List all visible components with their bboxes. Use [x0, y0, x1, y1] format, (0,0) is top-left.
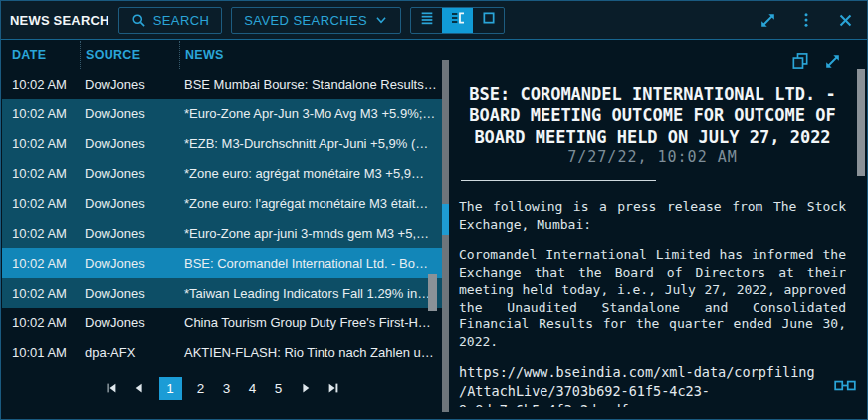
panel-splitter	[442, 60, 449, 412]
table-row[interactable]: 10:02 AMDowJones*EZB: M3-Durchschnitt Ap…	[2, 128, 442, 158]
row-headline: *EZB: M3-Durchschnitt Apr-Juni +5,9% (…	[179, 136, 442, 151]
row-source: DowJones	[80, 106, 179, 121]
previous-page-icon[interactable]	[131, 380, 147, 396]
link-icon[interactable]	[834, 377, 856, 396]
article-attachment-link[interactable]: https://www.bseindia.com/xml-data/corpfi…	[459, 363, 846, 407]
table-row[interactable]: 10:02 AMDowJones*Euro-Zone apr-juni 3-mn…	[2, 218, 442, 248]
saved-searches-dropdown[interactable]: SAVED SEARCHES	[231, 7, 401, 34]
view-toggle-group	[410, 7, 505, 34]
row-date: 10:02 AM	[2, 136, 80, 151]
page-number-4[interactable]: 4	[246, 381, 260, 396]
row-date: 10:01 AM	[2, 345, 80, 360]
saved-searches-label: SAVED SEARCHES	[244, 13, 367, 28]
row-source: DowJones	[80, 136, 179, 151]
expand-article-icon[interactable]	[822, 51, 842, 71]
row-date: 10:02 AM	[2, 77, 80, 92]
content-area: DATE SOURCE NEWS 10:02 AMDowJonesBSE Mum…	[2, 41, 866, 418]
row-headline: *Euro-Zone Apr-Jun 3-Mo Avg M3 +5.9%;…	[179, 106, 442, 121]
row-headline: *Zone euro: l'agrégat monétaire M3 était…	[179, 196, 442, 211]
page-number-1[interactable]: 1	[159, 377, 182, 400]
row-source: DowJones	[80, 226, 179, 241]
article-divider	[461, 180, 656, 181]
results-panel: DATE SOURCE NEWS 10:02 AMDowJonesBSE Mum…	[2, 41, 442, 418]
article-actions	[459, 49, 842, 73]
row-source: DowJones	[80, 77, 179, 92]
column-header-news[interactable]: NEWS	[179, 41, 442, 69]
table-row[interactable]: 10:02 AMDowJonesBSE Mumbai Bourse: Stand…	[2, 69, 442, 99]
pagination: 12345	[2, 376, 442, 400]
single-view-toggle[interactable]	[473, 8, 504, 33]
page-number-3[interactable]: 3	[220, 381, 234, 396]
row-source: DowJones	[80, 196, 179, 211]
row-date: 10:02 AM	[2, 166, 80, 181]
news-search-window: NEWS SEARCH SEARCH SAVED SEARCHES	[0, 0, 868, 420]
row-headline: *Euro-Zone apr-juni 3-mnds gem M3 +5,…	[179, 226, 442, 241]
row-source: DowJones	[80, 286, 179, 301]
table-row[interactable]: 10:02 AMDowJones*Euro-Zone Apr-Jun 3-Mo …	[2, 99, 442, 128]
list-view-icon	[419, 10, 435, 30]
row-source: DowJones	[80, 166, 179, 181]
splitter-drag-handle[interactable]	[442, 204, 449, 235]
page-numbers: 12345	[159, 377, 286, 400]
page-number-5[interactable]: 5	[272, 381, 286, 396]
article-scrollbar-thumb[interactable]	[857, 69, 865, 176]
single-view-icon	[481, 10, 497, 30]
row-date: 10:02 AM	[2, 256, 80, 271]
chevron-down-icon	[374, 13, 388, 27]
row-headline: AKTIEN-FLASH: Rio Tinto nach Zahlen u…	[179, 345, 442, 360]
table-body: 10:02 AMDowJonesBSE Mumbai Bourse: Stand…	[2, 69, 442, 367]
page-title: NEWS SEARCH	[10, 13, 109, 28]
row-source: dpa-AFX	[80, 345, 179, 360]
column-header-date[interactable]: DATE	[2, 41, 80, 69]
attachment-url-line-2[interactable]: /AttachLive/3703b692-61f5-4c23-	[459, 382, 846, 401]
article-title: BSE: COROMANDEL INTERNATIONAL LTD. - BOA…	[459, 83, 846, 148]
titlebar: NEWS SEARCH SEARCH SAVED SEARCHES	[1, 1, 867, 40]
row-headline: BSE: Coromandel International Ltd. - Bo…	[179, 256, 442, 271]
page-number-2[interactable]: 2	[194, 381, 208, 396]
article-paragraph-2: Coromandel International Limited has inf…	[459, 246, 846, 350]
search-icon	[131, 13, 146, 28]
first-page-icon[interactable]	[104, 380, 119, 396]
expand-window-icon[interactable]	[758, 10, 777, 30]
row-date: 10:02 AM	[2, 196, 80, 211]
row-headline: *Taiwan Leading Indicators Fall 1.29% in…	[179, 286, 442, 301]
last-page-icon[interactable]	[326, 380, 341, 396]
search-button-label: SEARCH	[153, 13, 210, 28]
row-date: 10:02 AM	[2, 286, 80, 301]
row-date: 10:02 AM	[2, 106, 80, 121]
table-row[interactable]: 10:01 AMdpa-AFXAKTIEN-FLASH: Rio Tinto n…	[2, 337, 442, 367]
row-source: DowJones	[80, 256, 179, 271]
row-date: 10:02 AM	[2, 315, 80, 330]
table-row[interactable]: 10:02 AMDowJones*Taiwan Leading Indicato…	[2, 278, 442, 308]
table-header: DATE SOURCE NEWS	[2, 41, 442, 69]
list-view-toggle[interactable]	[411, 8, 442, 33]
kebab-menu-icon[interactable]	[796, 10, 816, 30]
table-row[interactable]: 10:02 AMDowJones*Zone euro: l'agrégat mo…	[2, 188, 442, 218]
article-timestamp: 7/27/22, 10:02 AM	[459, 148, 846, 166]
article-paragraph-1: The following is a press release from Th…	[459, 198, 846, 233]
attachment-url-line-1[interactable]: https://www.bseindia.com/xml-data/corpfi…	[459, 363, 846, 382]
attachment-url-line-3-clipped[interactable]: 9e8d-7c6b5a4f3e2d.pdf	[459, 401, 846, 407]
table-scrollbar-thumb[interactable]	[428, 274, 437, 311]
table-row[interactable]: 10:02 AMDowJones*Zone euro: agrégat moné…	[2, 158, 442, 188]
row-source: DowJones	[80, 315, 179, 330]
close-icon[interactable]	[835, 10, 855, 30]
row-headline: BSE Mumbai Bourse: Standalone Results…	[179, 77, 442, 92]
copy-icon[interactable]	[790, 51, 810, 71]
table-row[interactable]: 10:02 AMDowJonesChina Tourism Group Duty…	[2, 308, 442, 337]
split-view-toggle[interactable]	[442, 8, 473, 33]
row-headline: *Zone euro: agrégat monétaire M3 +5,9…	[179, 166, 442, 181]
next-page-icon[interactable]	[298, 380, 314, 396]
split-view-icon	[450, 10, 466, 30]
column-header-source[interactable]: SOURCE	[80, 41, 179, 69]
article-panel: BSE: COROMANDEL INTERNATIONAL LTD. - BOA…	[449, 41, 866, 418]
search-button[interactable]: SEARCH	[118, 7, 223, 34]
row-date: 10:02 AM	[2, 226, 80, 241]
row-headline: China Tourism Group Duty Free's First-H…	[179, 315, 442, 330]
table-row[interactable]: 10:02 AMDowJonesBSE: Coromandel Internat…	[2, 248, 442, 278]
